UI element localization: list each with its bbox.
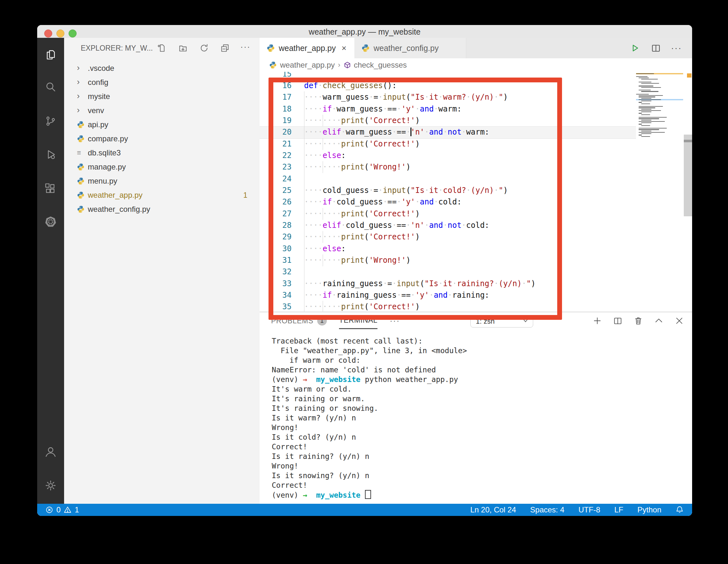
new-folder-icon[interactable] xyxy=(178,43,188,53)
problems-status[interactable]: 0 1 xyxy=(45,505,79,514)
status-item-python[interactable]: Python xyxy=(637,505,661,514)
new-terminal-icon[interactable] xyxy=(592,316,602,326)
code-line-28[interactable]: 28····elif·cold_guess·==·'n'·and·not·col… xyxy=(260,220,692,231)
code-line-26[interactable]: 26····if·cold_guess·==·'y'·and·cold: xyxy=(260,196,692,208)
tree-item-compare-py[interactable]: compare.py xyxy=(64,132,260,146)
run-debug-icon[interactable] xyxy=(37,146,64,163)
close-tab-icon[interactable]: × xyxy=(342,43,346,53)
tree-item-label: config xyxy=(88,78,108,87)
terminal-line: (venv) → my_website python weather_app.p… xyxy=(272,375,467,384)
explorer-header: EXPLORER: MY_W... ··· xyxy=(64,38,260,58)
tree-item--vscode[interactable]: ›.vscode xyxy=(64,61,260,75)
editor-scrollbar[interactable] xyxy=(684,135,692,216)
status-item-lf[interactable]: LF xyxy=(614,505,623,514)
files-icon[interactable] xyxy=(37,46,64,63)
terminal-line: File "weather_app.py", line 3, in <modul… xyxy=(272,346,467,355)
code-line-25[interactable]: 25····cold_guess·=·input("Is·it·cold?·(y… xyxy=(260,185,692,196)
code-line-34[interactable]: 34····if·raining_guess·==·'y'·and·rainin… xyxy=(260,289,692,301)
code-editor[interactable]: 1516def·check_guesses():17····warm_guess… xyxy=(260,72,692,311)
tab-weather-config[interactable]: weather_config.py xyxy=(354,38,466,58)
code-text: ····else: xyxy=(304,243,346,255)
more-actions-icon[interactable]: ··· xyxy=(671,43,682,54)
extensions-icon[interactable] xyxy=(37,180,64,197)
tree-item-label: .vscode xyxy=(88,64,114,73)
settings-gear-icon[interactable] xyxy=(37,477,64,494)
split-terminal-icon[interactable] xyxy=(613,316,623,326)
tree-item-weather-app-py[interactable]: weather_app.py1 xyxy=(64,188,260,202)
source-control-icon[interactable] xyxy=(37,113,64,129)
python-file-icon xyxy=(77,177,88,185)
tab-problems[interactable]: PROBLEMS 1 xyxy=(271,316,327,326)
kill-terminal-icon[interactable] xyxy=(633,316,643,326)
kubernetes-icon[interactable] xyxy=(37,213,64,230)
code-line-16[interactable]: 16def·check_guesses(): xyxy=(260,80,692,92)
editor-tab-strip: weather_app.py × weather_config.py ··· xyxy=(260,38,692,58)
refresh-icon[interactable] xyxy=(199,43,209,53)
terminal-line: Wrong! xyxy=(272,423,467,432)
code-line-35[interactable]: 35········print('Correct!') xyxy=(260,301,692,311)
run-icon[interactable] xyxy=(629,43,640,54)
tree-item-label: manage.py xyxy=(88,162,126,171)
status-item-utf-8[interactable]: UTF-8 xyxy=(578,505,600,514)
breadcrumb-file[interactable]: weather_app.py xyxy=(280,61,335,70)
collapse-all-icon[interactable] xyxy=(220,43,230,53)
line-number: 32 xyxy=(260,266,292,278)
panel-more-icon[interactable]: ··· xyxy=(390,316,400,326)
code-line-15[interactable]: 15 xyxy=(260,72,692,80)
code-text: ········print('Correct!') xyxy=(304,208,420,220)
indent-guide xyxy=(304,266,304,278)
close-panel-icon[interactable] xyxy=(674,316,684,326)
line-number: 35 xyxy=(260,301,292,311)
tree-item-label: db.sqlite3 xyxy=(88,148,121,157)
line-number: 17 xyxy=(260,91,292,103)
tab-terminal[interactable]: TERMINAL xyxy=(339,312,377,329)
tree-item-label: weather_config.py xyxy=(88,205,150,214)
code-line-24[interactable]: 24 xyxy=(260,173,692,185)
code-text: ········print('Wrong!') xyxy=(304,161,410,173)
status-item-ln-20-col-24[interactable]: Ln 20, Col 24 xyxy=(470,505,516,514)
code-line-23[interactable]: 23········print('Wrong!') xyxy=(260,161,692,173)
code-line-33[interactable]: 33····raining_guess·=·input("Is·it·raini… xyxy=(260,278,692,290)
terminal-line: if warm or cold: xyxy=(272,355,467,365)
notifications-bell-icon[interactable] xyxy=(675,506,684,514)
tree-item-weather-config-py[interactable]: weather_config.py xyxy=(64,202,260,216)
tree-item-api-py[interactable]: api.py xyxy=(64,118,260,132)
tree-item-menu-py[interactable]: menu.py xyxy=(64,174,260,188)
code-line-27[interactable]: 27········print('Correct!') xyxy=(260,208,692,220)
panel-header: PROBLEMS 1 TERMINAL ··· xyxy=(271,312,400,329)
new-file-icon[interactable] xyxy=(156,43,167,53)
code-line-20[interactable]: 20····elif·warm_guess·==·'n'·and·not·war… xyxy=(260,126,692,138)
tree-item-mysite[interactable]: ›mysite xyxy=(64,89,260,104)
search-icon[interactable] xyxy=(37,79,64,95)
maximize-panel-icon[interactable] xyxy=(654,316,664,326)
breadcrumb[interactable]: weather_app.py › check_guesses xyxy=(260,58,692,72)
account-icon[interactable] xyxy=(37,444,64,460)
code-line-29[interactable]: 29········print('Correct!') xyxy=(260,231,692,243)
editor-area: weather_app.py × weather_config.py ··· w… xyxy=(260,38,692,504)
breadcrumb-symbol[interactable]: check_guesses xyxy=(354,61,407,70)
terminal-output[interactable]: Traceback (most recent call last): File … xyxy=(272,336,467,500)
tree-item-venv[interactable]: ›venv xyxy=(64,104,260,118)
code-line-19[interactable]: 19········print('Correct!') xyxy=(260,115,692,127)
python-file-icon xyxy=(77,121,88,129)
code-line-31[interactable]: 31········print('Wrong!') xyxy=(260,254,692,266)
tab-weather-app[interactable]: weather_app.py × xyxy=(260,38,354,58)
tree-item-db-sqlite3[interactable]: ≡db.sqlite3 xyxy=(64,146,260,160)
code-line-21[interactable]: 21········print('Correct!') xyxy=(260,138,692,150)
code-line-18[interactable]: 18····if·warm_guess·==·'y'·and·warm: xyxy=(260,103,692,115)
line-number: 25 xyxy=(260,185,292,196)
code-line-30[interactable]: 30····else: xyxy=(260,243,692,255)
code-line-17[interactable]: 17····warm_guess·=·input("Is·it·warm?·(y… xyxy=(260,91,692,103)
python-file-icon xyxy=(77,191,88,199)
tree-item-manage-py[interactable]: manage.py xyxy=(64,160,260,174)
code-line-22[interactable]: 22····else: xyxy=(260,150,692,162)
line-number: 30 xyxy=(260,243,292,255)
terminal-shell-dropdown[interactable]: 1: zsh xyxy=(470,315,533,328)
split-editor-icon[interactable] xyxy=(650,43,661,54)
minimap[interactable] xyxy=(636,73,683,137)
more-icon[interactable]: ··· xyxy=(240,42,251,52)
chevron-right-icon: › xyxy=(77,91,88,101)
code-line-32[interactable]: 32 xyxy=(260,266,692,278)
tree-item-config[interactable]: ›config xyxy=(64,75,260,89)
status-item-spaces-4[interactable]: Spaces: 4 xyxy=(530,505,565,514)
